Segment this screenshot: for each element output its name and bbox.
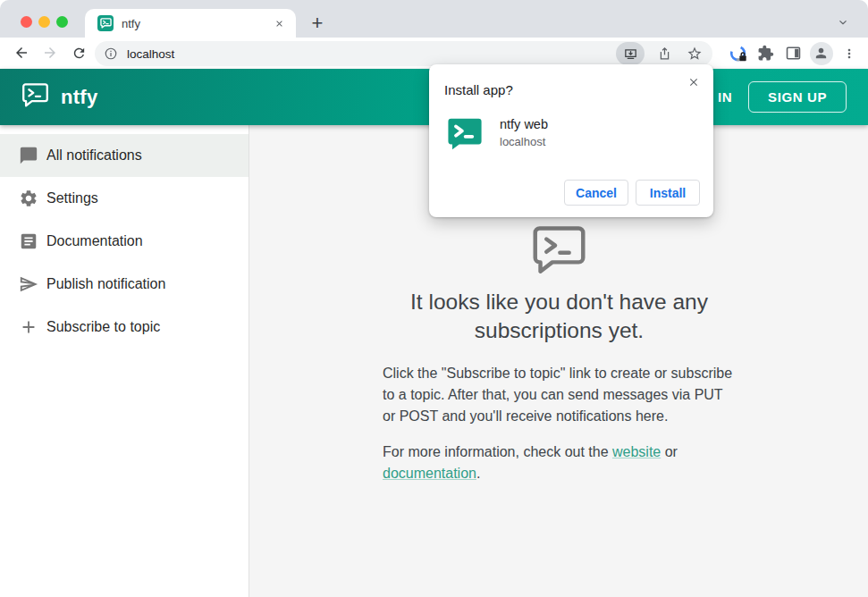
dialog-close-icon[interactable]	[685, 73, 703, 91]
empty-state-heading: It looks like you don't have any subscri…	[383, 288, 736, 345]
send-icon	[18, 273, 39, 295]
browser-window: ntfy + loca	[0, 0, 868, 597]
back-icon[interactable]	[7, 38, 36, 67]
ntfy-favicon-icon	[97, 15, 114, 31]
chat-icon	[18, 145, 39, 166]
ntfy-bubble-icon	[531, 264, 587, 279]
cancel-button[interactable]: Cancel	[564, 180, 628, 206]
forward-icon[interactable]	[36, 38, 64, 67]
sidebar-item-settings[interactable]: Settings	[0, 177, 249, 220]
bookmark-star-icon[interactable]	[682, 41, 707, 66]
sidebar-item-subscribe-to-topic[interactable]: Subscribe to topic	[0, 306, 249, 349]
window-close-button[interactable]	[21, 16, 32, 28]
side-panel-icon[interactable]	[780, 39, 807, 67]
reload-icon[interactable]	[64, 38, 93, 67]
sidebar-item-label: Subscribe to topic	[46, 319, 160, 335]
empty-state-paragraph: Click the "Subscribe to topic" link to c…	[383, 363, 736, 427]
brand-name: ntfy	[61, 86, 98, 109]
sidebar-item-publish-notification[interactable]: Publish notification	[0, 263, 249, 306]
ntfy-logo-icon	[21, 82, 49, 112]
address-bar[interactable]: localhost	[95, 41, 712, 66]
tab-strip: ntfy +	[0, 0, 868, 38]
url-text[interactable]: localhost	[127, 47, 616, 61]
tab-close-icon[interactable]	[271, 15, 287, 31]
article-icon	[18, 231, 39, 252]
sidebar-item-label: Publish notification	[46, 276, 165, 292]
empty-state-more-info: For more information, check out the webs…	[383, 441, 736, 484]
tab-search-chevron-icon[interactable]	[832, 12, 854, 33]
empty-subscriptions-state: It looks like you don't have any subscri…	[383, 224, 736, 484]
plus-icon	[18, 316, 39, 338]
tab-title: ntfy	[122, 17, 271, 30]
sidebar-item-documentation[interactable]: Documentation	[0, 220, 249, 263]
install-app-dialog: Install app? ntfy web localhost Cancel I…	[429, 64, 713, 217]
ntfy-app-icon	[447, 117, 483, 155]
gear-icon	[18, 188, 39, 209]
sign-up-button[interactable]: SIGN UP	[748, 81, 847, 113]
install-button[interactable]: Install	[636, 180, 700, 206]
profile-avatar[interactable]	[807, 39, 835, 67]
new-tab-button[interactable]: +	[304, 10, 331, 37]
browser-menu-kebab-icon[interactable]	[835, 39, 863, 67]
website-link[interactable]: website	[612, 444, 661, 459]
window-minimize-button[interactable]	[38, 16, 50, 28]
window-zoom-button[interactable]	[56, 16, 68, 28]
dialog-title: Install app?	[444, 82, 513, 97]
browser-tab-ntfy[interactable]: ntfy	[85, 9, 296, 38]
site-info-icon[interactable]	[103, 46, 119, 62]
sidebar-item-label: Settings	[46, 190, 98, 206]
sidebar-item-label: Documentation	[46, 233, 143, 249]
install-app-icon[interactable]	[616, 42, 645, 65]
share-icon[interactable]	[652, 41, 677, 66]
extensions-puzzle-icon[interactable]	[752, 39, 780, 67]
toolbar-extensions-area	[724, 38, 863, 69]
dialog-app-name: ntfy web	[500, 117, 548, 131]
sidebar-nav: All notifications Settings Documentation…	[0, 125, 249, 597]
password-manager-extension-icon[interactable]	[724, 39, 752, 67]
sidebar-item-all-notifications[interactable]: All notifications	[0, 134, 249, 177]
documentation-link[interactable]: documentation	[383, 466, 476, 481]
sidebar-item-label: All notifications	[46, 147, 142, 164]
dialog-app-origin: localhost	[500, 135, 545, 148]
